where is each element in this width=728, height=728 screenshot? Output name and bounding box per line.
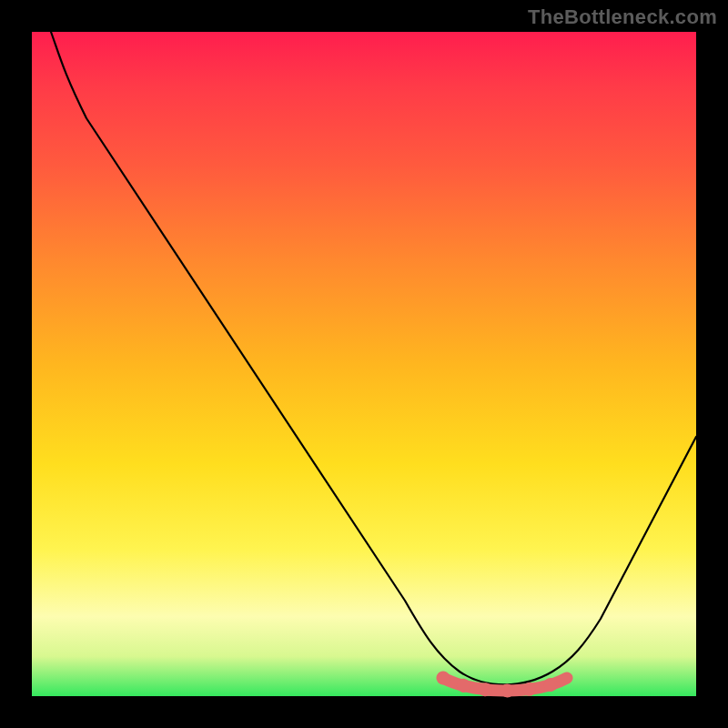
chart-frame: TheBottleneck.com: [0, 0, 728, 728]
plot-area: [32, 32, 696, 696]
highlight-optimal-range-dots: [443, 678, 567, 691]
curve-svg: [32, 32, 696, 696]
bottleneck-curve: [51, 32, 696, 684]
watermark-text: TheBottleneck.com: [528, 5, 717, 29]
